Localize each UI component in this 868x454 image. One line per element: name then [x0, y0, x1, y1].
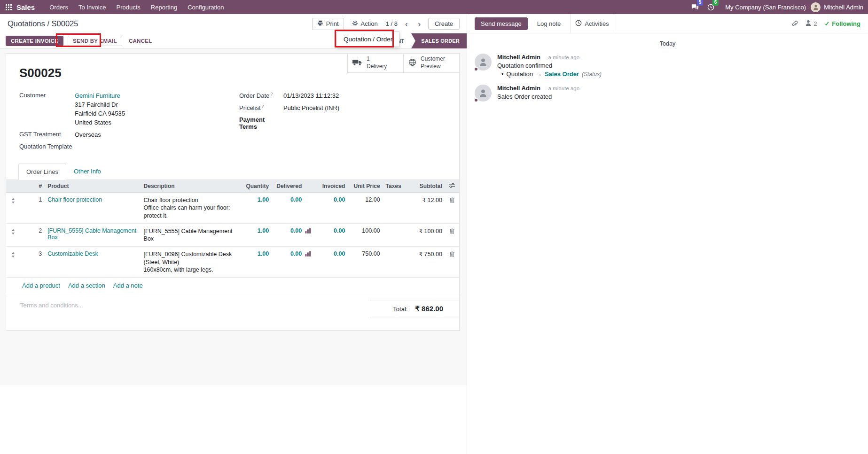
- menu-products[interactable]: Products: [111, 1, 145, 13]
- pager-next-icon[interactable]: ›: [415, 20, 423, 28]
- message-author[interactable]: Mitchell Admin: [497, 54, 540, 61]
- line-unit-price[interactable]: 12.00: [348, 193, 383, 224]
- followers-button[interactable]: 2: [805, 20, 817, 27]
- drag-handle-icon[interactable]: [6, 247, 20, 278]
- pricelist-value[interactable]: Public Pricelist (INR): [283, 104, 339, 112]
- delete-line-icon[interactable]: [445, 193, 459, 224]
- menu-configuration[interactable]: Configuration: [182, 1, 229, 13]
- gear-icon: [352, 20, 358, 28]
- line-invoiced[interactable]: 0.00: [315, 224, 348, 247]
- breadcrumb[interactable]: Quotations / S00025: [8, 19, 78, 28]
- following-button[interactable]: ✓ Following: [824, 20, 860, 27]
- line-delivered[interactable]: 0.00: [272, 193, 305, 224]
- delete-line-icon[interactable]: [445, 224, 459, 247]
- line-description[interactable]: Chair floor protection Office chairs can…: [141, 193, 242, 224]
- add-section-link[interactable]: Add a section: [68, 282, 105, 289]
- delete-line-icon[interactable]: [445, 247, 459, 278]
- line-quantity[interactable]: 1.00: [242, 193, 272, 224]
- globe-icon: [408, 58, 416, 68]
- menu-orders[interactable]: Orders: [44, 1, 73, 13]
- header-description[interactable]: Description: [141, 180, 242, 193]
- terms-placeholder[interactable]: Terms and conditions...: [20, 300, 83, 318]
- print-button[interactable]: Print: [312, 18, 344, 30]
- line-delivered[interactable]: 0.00: [272, 224, 305, 247]
- line-quantity[interactable]: 1.00: [242, 247, 272, 278]
- line-subtotal: ₹ 750.00: [406, 247, 445, 278]
- line-taxes[interactable]: [383, 224, 406, 247]
- header-taxes[interactable]: Taxes: [383, 180, 406, 193]
- header-product[interactable]: Product: [45, 180, 141, 193]
- drag-handle-icon[interactable]: [6, 224, 20, 247]
- user-avatar[interactable]: [811, 2, 821, 12]
- header-delivered[interactable]: Delivered: [272, 180, 305, 193]
- drag-handle-icon[interactable]: [6, 193, 20, 224]
- line-unit-price[interactable]: 750.00: [348, 247, 383, 278]
- create-invoice-button[interactable]: CREATE INVOICE: [6, 36, 63, 46]
- activities-icon[interactable]: 6: [703, 3, 719, 12]
- header-invoiced[interactable]: Invoiced: [315, 180, 348, 193]
- followers-count: 2: [813, 20, 817, 27]
- add-product-link[interactable]: Add a product: [22, 282, 60, 289]
- add-note-link[interactable]: Add a note: [113, 282, 143, 289]
- line-taxes[interactable]: [383, 193, 406, 224]
- message-avatar[interactable]: [475, 54, 492, 70]
- arrow-right-icon: →: [536, 70, 542, 78]
- activities-button[interactable]: Activities: [575, 20, 609, 28]
- delivery-count: 1: [367, 55, 370, 63]
- message-avatar[interactable]: [475, 85, 492, 102]
- line-description[interactable]: [FURN_5555] Cable Management Box: [141, 224, 242, 247]
- line-delivered[interactable]: 0.00: [272, 247, 305, 278]
- customer-field: Customer Gemini Furniture 317 Fairchild …: [19, 92, 233, 126]
- menu-to-invoice[interactable]: To Invoice: [73, 1, 111, 13]
- order-date-value[interactable]: 01/13/2023 11:12:32: [283, 92, 339, 100]
- line-taxes[interactable]: [383, 247, 406, 278]
- paperclip-icon[interactable]: [791, 20, 798, 27]
- forecast-chart-icon[interactable]: [305, 247, 315, 278]
- dropdown-item-quotation-order[interactable]: Quotation / Order: [337, 33, 399, 46]
- tab-order-lines[interactable]: Order Lines: [18, 164, 66, 180]
- printer-icon: [317, 20, 323, 28]
- product-link[interactable]: Customizable Desk: [47, 250, 98, 257]
- forecast-chart-icon[interactable]: [305, 224, 315, 247]
- form-view-pane: Quotations / S00025 Print Action 1 / 8 ‹…: [0, 14, 467, 385]
- header-quantity[interactable]: Quantity: [242, 180, 272, 193]
- header-subtotal[interactable]: Subtotal: [406, 180, 445, 193]
- notebook-tabs: Order Lines Other Info: [6, 164, 459, 180]
- line-number: 2: [20, 224, 45, 247]
- order-lines-table: # Product Description Quantity Delivered…: [6, 180, 459, 278]
- line-unit-price[interactable]: 100.00: [348, 224, 383, 247]
- cancel-button[interactable]: CANCEL: [129, 38, 152, 44]
- log-note-button[interactable]: Log note: [532, 18, 566, 30]
- customer-link[interactable]: Gemini Furniture: [75, 92, 120, 99]
- line-quantity[interactable]: 1.00: [242, 224, 272, 247]
- line-description[interactable]: [FURN_0096] Customizable Desk (Steel, Wh…: [141, 247, 242, 278]
- order-lines-header: # Product Description Quantity Delivered…: [6, 180, 459, 193]
- clock-icon: [575, 20, 582, 28]
- app-name[interactable]: Sales: [16, 3, 35, 11]
- line-invoiced[interactable]: 0.00: [315, 193, 348, 224]
- help-icon: ?: [270, 92, 273, 96]
- message-author[interactable]: Mitchell Admin: [497, 85, 540, 92]
- apps-grid-icon[interactable]: [6, 4, 12, 10]
- delivery-smart-button[interactable]: 1 Delivery: [347, 54, 403, 73]
- menu-reporting[interactable]: Reporting: [146, 1, 182, 13]
- send-message-button[interactable]: Send message: [475, 17, 528, 30]
- user-menu[interactable]: Mitchell Admin: [824, 4, 863, 11]
- action-button[interactable]: Action: [349, 18, 381, 30]
- header-unit-price[interactable]: Unit Price: [348, 180, 383, 193]
- line-invoiced[interactable]: 0.00: [315, 247, 348, 278]
- tab-other-info[interactable]: Other Info: [66, 164, 109, 180]
- product-link[interactable]: Chair floor protection: [47, 196, 102, 203]
- send-by-email-button[interactable]: SEND BY EMAIL: [68, 36, 122, 46]
- optional-columns-icon[interactable]: [445, 180, 459, 193]
- truck-icon: [352, 59, 362, 67]
- product-link[interactable]: [FURN_5555] Cable Management Box: [47, 227, 136, 241]
- messages-icon[interactable]: 5: [687, 3, 703, 12]
- gst-treatment-value[interactable]: Overseas: [75, 131, 101, 139]
- pager-previous-icon[interactable]: ‹: [403, 20, 410, 28]
- help-icon: ?: [262, 104, 264, 109]
- company-switcher[interactable]: My Company (San Francisco): [725, 4, 806, 11]
- status-sales-order[interactable]: SALES ORDER: [411, 33, 467, 48]
- create-button[interactable]: Create: [428, 18, 460, 30]
- customer-preview-smart-button[interactable]: Customer Preview: [403, 54, 459, 73]
